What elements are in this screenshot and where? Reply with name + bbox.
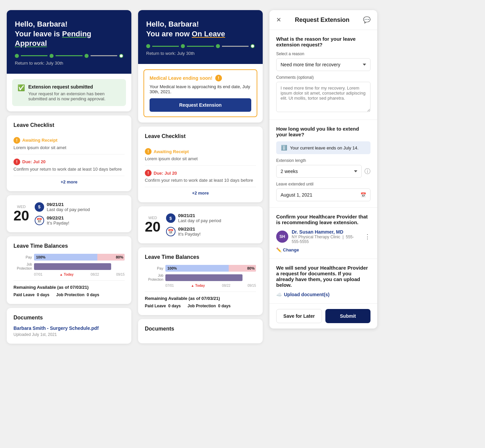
c2-chart-bar-job — [165, 274, 256, 281]
progress-dot-2 — [50, 54, 54, 58]
header-right-icons: 💬 — [363, 16, 370, 24]
right-panel-footer: Save for Later Submit — [269, 304, 377, 329]
progress-dot-4 — [119, 54, 123, 58]
provider-info: Dr. Susan Hammer, MD NY Physical Therapy… — [292, 229, 361, 244]
request-extension-panel: ✕ Request Extension 💬 What is the reason… — [269, 10, 377, 329]
c2-job-protection: Job Protection 0 days — [188, 304, 231, 308]
card1-remaining-row: Paid Leave 0 days Job Protection 0 days — [13, 292, 125, 297]
c2-pay-event-2: 📅 09/22/21 It's Payday! — [166, 227, 256, 237]
card1-pay-event-1: $ 09/21/21 Last day of pay period — [35, 202, 125, 212]
c2-checklist-label-1: ! Awaiting Receipt — [145, 148, 256, 155]
c2-event-text-1: 09/21/21 Last day of pay period — [178, 213, 221, 223]
header-left-icons: ✕ — [276, 16, 281, 24]
card1-doc-link[interactable]: Barbara Smith - Surgery Schedule.pdf — [13, 325, 125, 331]
submit-button[interactable]: Submit — [325, 309, 370, 323]
extension-info-button[interactable]: ⓘ — [364, 167, 370, 175]
card1-leave-card: Hello, Barbara! Your leave is Pending Ap… — [7, 10, 131, 111]
reason-select[interactable]: Need more time for recovery — [276, 58, 370, 71]
card2-more-link[interactable]: +2 more — [145, 191, 256, 196]
message-icon-button[interactable]: 💬 — [363, 16, 370, 24]
leave-until-label: Leave extended until — [276, 182, 370, 186]
medical-warning-box: Medical Leave ending soon! ! Your Medica… — [143, 69, 257, 117]
reason-label: Select a reason — [276, 51, 370, 56]
card2-progress — [146, 44, 255, 48]
card1-event-text-1: 09/21/21 Last day of pay period — [47, 202, 90, 212]
leave-until-date-field[interactable]: August 1, 2021 📅 — [276, 188, 370, 201]
provider-row: SH Dr. Susan Hammer, MD NY Physical Ther… — [276, 229, 370, 244]
chart-bar-job-1 — [34, 263, 125, 270]
card1-balance-title: Leave Time Balances — [13, 243, 125, 249]
chart-row-pay-1: Pay 100% 80% — [13, 254, 125, 261]
c2-progress-dot-4 — [251, 44, 255, 48]
card2-remaining-title: Remaining Available (as of 07/03/21) — [145, 296, 256, 301]
card2-leave-card: Hello, Barbara! You are now On Leave Ret… — [138, 10, 263, 123]
card1-column: Hello, Barbara! Your leave is Pending Ap… — [7, 10, 131, 344]
card2-documents-title: Documents — [145, 326, 256, 332]
check-icon: ✅ — [18, 84, 25, 92]
extension-submitted-text: Extension request submitted Your request… — [28, 84, 121, 101]
warning-icon-1: ! — [13, 137, 20, 144]
card2-remaining-row: Paid Leave 0 days Job Protection 0 days — [145, 304, 256, 308]
provider-name: Dr. Susan Hammer, MD — [292, 229, 361, 235]
c2-progress-line-1 — [152, 46, 179, 47]
card1-header: Hello, Barbara! Your leave is Pending Ap… — [7, 10, 131, 74]
card1-greeting: Hello, Barbara! Your leave is Pending Ap… — [15, 20, 123, 48]
checklist-item-1: ! Awaiting Receipt Lorem ipsum dolor sit… — [13, 133, 125, 154]
card2-return-date: Return to work: July 30th — [146, 51, 255, 56]
card1-progress — [15, 54, 123, 58]
card1-documents-panel: Documents Barbara Smith - Surgery Schedu… — [7, 308, 131, 344]
chart-label-pay-1: Pay — [13, 255, 32, 259]
provider-detail: NY Physical Therapy Clinic | 555-555-555… — [292, 235, 361, 244]
c2-chart-row-pay: Pay 100% 80% — [145, 265, 256, 272]
c2-chart-bar-pay: 100% 80% — [165, 265, 256, 272]
progress-line-2 — [56, 55, 82, 56]
card2-pay-content: Wed 20 $ 09/21/21 Last day of pay period… — [145, 213, 256, 237]
upload-documents-link[interactable]: ☁️ Upload document(s) — [276, 292, 370, 297]
c2-pay-event-1: $ 09/21/21 Last day of pay period — [166, 213, 256, 223]
reason-section-title: What is the reason for your leave extens… — [276, 36, 370, 47]
provider-section-title: Confirm your Healthcare Provider that is… — [276, 214, 370, 225]
c2-progress-line-2 — [187, 46, 214, 47]
card1-extension-submitted: ✅ Extension request submitted Your reque… — [12, 79, 126, 106]
provider-avatar: SH — [276, 231, 288, 243]
card1-return-date: Return to work: July 30th — [15, 61, 123, 66]
card1-job-protection: Job Protection 0 days — [56, 292, 99, 297]
checklist-item-2: ! Due: Jul 20 Confirm your return to wor… — [13, 154, 125, 176]
checklist-item-2-label: ! Due: Jul 20 — [13, 159, 125, 165]
card2-balance-title: Leave Time Balances — [145, 254, 256, 260]
progress-line-3 — [91, 55, 117, 56]
comments-textarea[interactable] — [276, 82, 370, 112]
change-provider-link[interactable]: ✏️ Change — [276, 247, 370, 252]
extension-length-title: How long would you like to extend your l… — [276, 126, 370, 137]
card1-pay-event-2: 📅 09/22/21 It's Payday! — [35, 215, 125, 226]
extension-length-select[interactable]: 2 weeks — [276, 165, 362, 178]
progress-dot-3 — [85, 54, 89, 58]
request-extension-button[interactable]: Request Extension — [150, 98, 251, 112]
c2-chart-row-job: JobProtection — [145, 274, 256, 282]
card2-date-big: Wed 20 — [145, 216, 161, 234]
c2-calendar-icon: 📅 — [166, 227, 175, 236]
c2-chart-label-pay: Pay — [145, 266, 163, 270]
chart-dates-1: 07/01 ▲ Today 08/22 09/15 — [13, 273, 125, 276]
extension-length-label: Extension length — [276, 158, 370, 163]
card1-more-link[interactable]: +2 more — [13, 179, 125, 184]
c2-chart-dates: 07/01 ▲ Today 08/22 09/15 — [145, 284, 256, 287]
comments-label: Comments (optional) — [276, 75, 370, 80]
upload-section: We will send your Healthcare Provider a … — [269, 259, 377, 304]
provider-menu-button[interactable]: ⋮ — [364, 233, 370, 240]
c2-chart-label-job: JobProtection — [145, 274, 163, 282]
c2-event-text-2: 09/22/21 It's Payday! — [178, 227, 201, 237]
progress-line-1 — [21, 55, 47, 56]
calendar-icon-1: 📅 — [35, 216, 44, 225]
save-later-button[interactable]: Save for Later — [276, 309, 322, 323]
card1-pay-panel: Wed 20 $ 09/21/21 Last day of pay period… — [7, 195, 131, 232]
card1-balance-panel: Leave Time Balances Pay 100% 80% JobProt… — [7, 236, 131, 304]
c2-dollar-icon: $ — [166, 213, 175, 223]
card1-doc-date: Uploaded July 1st, 2021 — [13, 332, 125, 337]
c2-checklist-label-2: ! Due: Jul 20 — [145, 170, 256, 176]
c2-progress-line-3 — [222, 46, 249, 47]
c2-checklist-item-2: ! Due: Jul 20 Confirm your return to wor… — [145, 166, 256, 187]
close-button[interactable]: ✕ — [276, 16, 281, 24]
card1-paid-leave: Paid Leave 0 days — [13, 292, 50, 297]
extension-length-section: How long would you like to extend your l… — [269, 120, 377, 208]
